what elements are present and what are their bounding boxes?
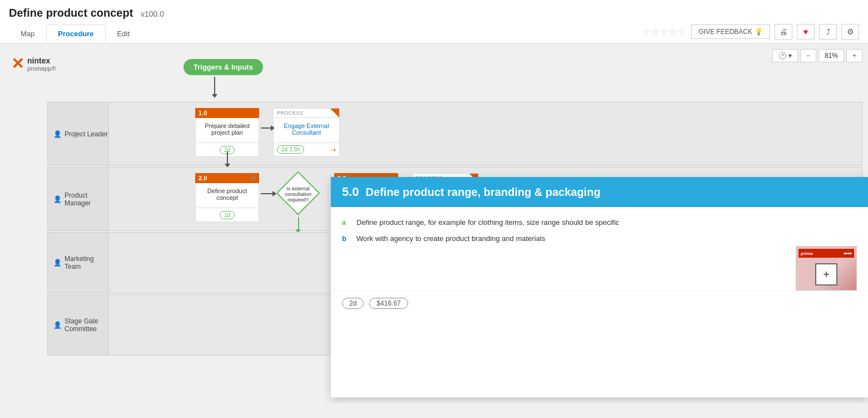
arrowhead-1-right <box>271 125 275 131</box>
cost-badge: $416.67 <box>369 298 408 309</box>
version-text: v100.0 <box>141 9 164 18</box>
feedback-label: GIVE FEEDBACK <box>698 28 752 36</box>
trigger-arrowhead <box>212 94 217 98</box>
page-header: Define product concept v100.0 Map Proced… <box>0 0 868 43</box>
share-button[interactable]: ⤴ <box>819 24 837 40</box>
decision-node: Is external consultation required? <box>276 172 320 217</box>
clock-icon: 🕐 <box>778 52 787 60</box>
popup-step-text-a: Define product range, for example for cl… <box>356 218 619 227</box>
history-button[interactable]: 🕐▾ <box>772 49 798 62</box>
title-text: Define product concept <box>9 7 133 19</box>
gear-icon-2: ⚙ <box>251 175 256 181</box>
lightbulb-icon: 💡 <box>755 28 763 36</box>
process-ref-1[interactable]: PROCESS Engage External Consultant 2d 3.… <box>273 108 340 156</box>
person-icon-2: 👤 <box>53 195 62 203</box>
step-letter-b: b <box>342 234 351 243</box>
canvas-toolbar: 🕐▾ − 81% + <box>772 49 862 62</box>
tabs: Map Procedure Edit <box>9 24 141 42</box>
canvas-area: 🕐▾ − 81% + ✕ nintex promapp® Triggers & … <box>0 43 868 403</box>
popup-step-b: b Work with agency to create product bra… <box>342 234 857 243</box>
thumbnail-header: prima <box>801 251 813 256</box>
tab-bar: Map Procedure Edit ☆☆☆☆☆ GIVE FEEDBACK 💡… <box>9 24 859 43</box>
add-thumbnail-button[interactable]: + <box>815 263 837 286</box>
duration-badge: 2d <box>342 298 364 309</box>
tab-actions: ☆☆☆☆☆ GIVE FEEDBACK 💡 🖨 ♥ ⤴ ⚙ <box>642 24 859 43</box>
trigger-arrow <box>214 77 215 96</box>
popup-step-text-b: Work with agency to create product brand… <box>356 234 545 243</box>
person-icon: 👤 <box>53 130 62 138</box>
tab-edit[interactable]: Edit <box>106 24 141 42</box>
swimlane-project-leader: 👤 Project Leader 1.0 Prepare detailed pr… <box>47 102 862 166</box>
tab-procedure[interactable]: Procedure <box>46 24 105 42</box>
logo-sub: promapp® <box>27 65 56 72</box>
zoom-level: 81% <box>819 49 844 62</box>
popup-step-a: a Define product range, for example for … <box>342 218 857 227</box>
rating-stars[interactable]: ☆☆☆☆☆ <box>642 27 687 37</box>
settings-button[interactable]: ⚙ <box>841 24 859 40</box>
popup-thumbnail: prima ■■■■ + <box>796 246 857 291</box>
lane-label-marketing-team: 👤 Marketing Team <box>48 233 109 293</box>
page-title: Define product concept v100.0 <box>9 7 859 19</box>
popup-body: a Define product range, for example for … <box>331 207 868 291</box>
task-2[interactable]: 2.0 ⚙ Define product concept 1d <box>195 173 259 222</box>
lane-label-product-manager: 👤 Product Manager <box>48 168 109 230</box>
popup-panel: ✕ 📌 5.0 Define product range, branding &… <box>331 177 868 397</box>
zoom-out-button[interactable]: − <box>800 49 816 62</box>
popup-footer: 2d $416.67 <box>331 291 868 316</box>
favorite-button[interactable]: ♥ <box>797 24 815 40</box>
trigger-button[interactable]: Triggers & Inputs <box>183 59 263 75</box>
print-button[interactable]: 🖨 <box>775 24 792 40</box>
person-icon-3: 👤 <box>53 259 62 267</box>
zoom-in-button[interactable]: + <box>846 49 862 62</box>
task-1[interactable]: 1.0 Prepare detailed project plan 2d <box>195 108 259 157</box>
person-icon-4: 👤 <box>53 321 62 329</box>
popup-header: 5.0 Define product range, branding & pac… <box>331 177 868 207</box>
popup-title: Define product range, branding & packagi… <box>366 186 601 199</box>
lane-label-project-leader: 👤 Project Leader <box>48 102 109 165</box>
popup-step-number: 5.0 <box>342 185 359 199</box>
logo-icon: ✕ <box>11 55 24 73</box>
link-icon: ⇢ <box>330 146 336 154</box>
feedback-button[interactable]: GIVE FEEDBACK 💡 <box>691 24 770 39</box>
logo: ✕ nintex promapp® <box>11 55 56 73</box>
step-letter-a: a <box>342 218 351 227</box>
lane-label-stage-gate: 👤 Stage Gate Committee <box>48 295 109 355</box>
tab-map[interactable]: Map <box>9 24 46 42</box>
thumbnail-subheader: ■■■■ <box>844 252 852 255</box>
logo-name: nintex <box>27 56 56 65</box>
